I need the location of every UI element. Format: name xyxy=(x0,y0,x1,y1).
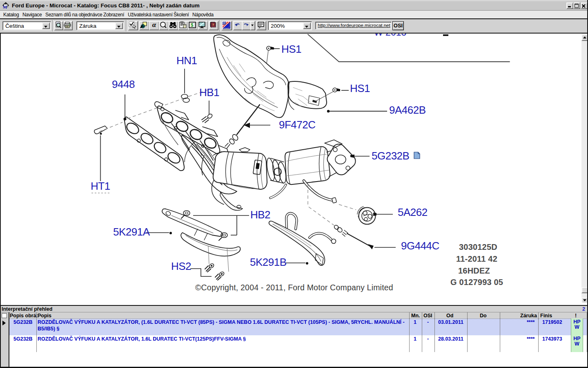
svg-text:5A262: 5A262 xyxy=(398,206,428,218)
svg-text:9448: 9448 xyxy=(112,78,135,90)
svg-text:M: M xyxy=(3,4,7,9)
svg-text:11-2011 42: 11-2011 42 xyxy=(456,254,497,263)
svg-text:?: ? xyxy=(212,23,214,27)
svg-text:9A462B: 9A462B xyxy=(389,104,426,116)
svg-text:5K291A: 5K291A xyxy=(113,226,150,238)
svg-text:5G232B: 5G232B xyxy=(372,150,409,162)
svg-text:16HDEZ: 16HDEZ xyxy=(458,266,490,275)
svg-text:9F472C: 9F472C xyxy=(279,119,316,131)
svg-text:$: $ xyxy=(191,22,193,27)
svg-text:9G444C: 9G444C xyxy=(401,240,439,252)
svg-text:5K291B: 5K291B xyxy=(250,256,287,268)
svg-text:HN1: HN1 xyxy=(176,54,197,67)
svg-text:HS1: HS1 xyxy=(350,82,370,94)
svg-text:HB2: HB2 xyxy=(250,209,270,221)
svg-text:G 0127993 05: G 0127993 05 xyxy=(450,278,503,287)
svg-text:©Copyright, 2004 - 2011, Ford: ©Copyright, 2004 - 2011, Ford Motor Comp… xyxy=(195,283,393,292)
svg-text:W 2013: W 2013 xyxy=(374,34,406,38)
svg-text:HS1: HS1 xyxy=(281,43,301,55)
svg-text:HB1: HB1 xyxy=(199,86,219,99)
svg-text:3030125D: 3030125D xyxy=(459,242,497,251)
svg-text:HT1: HT1 xyxy=(91,180,110,192)
svg-text:HS2: HS2 xyxy=(171,260,191,272)
